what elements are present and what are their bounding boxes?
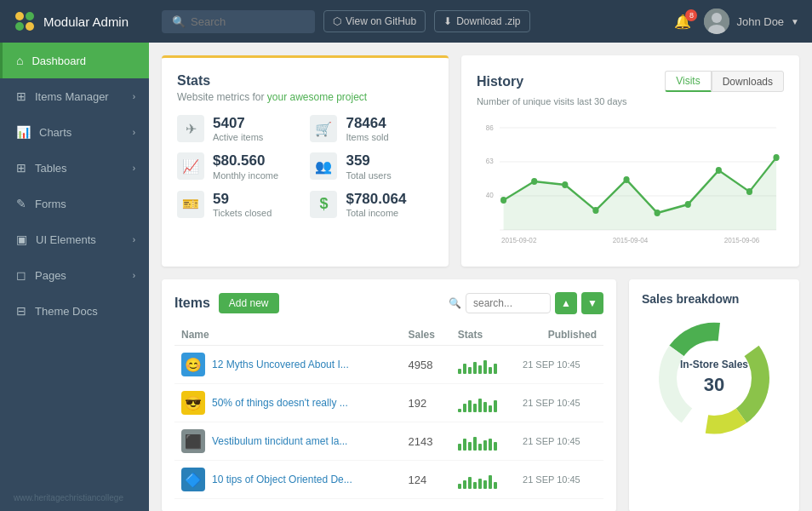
item-name-link[interactable]: 10 tips of Object Oriented De... [212, 474, 352, 485]
mini-bar [483, 402, 487, 412]
items-search-input[interactable] [466, 293, 551, 313]
stat-total-users: 👥 359 Total users [310, 152, 432, 180]
github-button[interactable]: ⬡ View on GitHub [323, 10, 426, 32]
stat-value: $80.560 [213, 152, 278, 169]
sidebar-item-pages[interactable]: ◻ Pages › [0, 257, 149, 293]
item-stats [451, 384, 516, 422]
mini-bar [463, 480, 466, 489]
download-button[interactable]: ⬇ Download .zip [434, 10, 529, 32]
item-name-link[interactable]: Vestibulum tincidunt amet la... [212, 435, 347, 447]
item-sales: 4958 [402, 346, 451, 384]
item-name-cell: 😊 12 Myths Uncovered About I... [174, 346, 402, 384]
sidebar-item-ui-elements[interactable]: ▣ UI Elements › [0, 221, 149, 257]
brand-logo [13, 9, 37, 33]
mini-bar [483, 360, 487, 374]
stat-items-sold: 🛒 78464 Items sold [310, 115, 432, 142]
svg-point-15 [531, 178, 537, 185]
mini-bar [483, 440, 487, 451]
item-published: 21 SEP 10:45 [516, 384, 603, 422]
sidebar-item-theme-docs[interactable]: ⊟ Theme Docs [0, 293, 149, 329]
top-cards-row: Stats Website metrics for your awesome p… [162, 55, 799, 267]
svg-point-23 [773, 154, 779, 161]
trending-icon: 📈 [177, 152, 204, 180]
col-name: Name [174, 324, 402, 346]
brand-name: Modular Admin [43, 14, 129, 29]
sidebar-item-tables[interactable]: ⊞ Tables › [0, 150, 149, 186]
tab-downloads[interactable]: Downloads [712, 71, 784, 92]
chevron-down-icon: ▼ [791, 17, 799, 26]
svg-text:86: 86 [486, 123, 494, 132]
stat-label: Tickets closed [213, 208, 272, 218]
sidebar-item-charts[interactable]: 📊 Charts › [0, 114, 149, 150]
chevron-right-icon: › [133, 128, 135, 137]
item-thumbnail: 🔷 [181, 468, 205, 491]
sidebar-item-label: Items Manager [35, 90, 109, 103]
tab-visits[interactable]: Visits [665, 71, 711, 92]
forms-icon: ✎ [16, 197, 26, 210]
stat-value: $780.064 [346, 191, 406, 208]
svg-point-21 [716, 167, 722, 174]
history-card: History Visits Downloads Number of uniqu… [461, 55, 799, 267]
item-sales: 2143 [402, 422, 451, 461]
sidebar-item-items-manager[interactable]: ⊞ Items Manager › [0, 78, 149, 114]
stat-total-income: $ $780.064 Total income [310, 191, 432, 218]
chart-icon: 📊 [16, 125, 31, 139]
search-input[interactable] [191, 15, 310, 28]
user-menu[interactable]: John Doe ▼ [704, 9, 799, 34]
sidebar-footer: www.heritagechristiancollege [0, 485, 149, 511]
stat-label: Active items [213, 132, 263, 142]
sidebar-item-forms[interactable]: ✎ Forms [0, 186, 149, 221]
donut-chart: In-Store Sales30 [655, 319, 774, 438]
stats-grid: ✈ 5407 Active items 🛒 78464 Items sold [177, 115, 433, 218]
item-sales: 192 [402, 384, 451, 422]
mini-bar [494, 364, 497, 374]
item-published: 21 SEP 10:45 [516, 461, 603, 499]
github-icon: ⬡ [333, 15, 341, 27]
item-sales: 124 [402, 461, 451, 499]
stats-link[interactable]: your awesome project [267, 91, 367, 103]
mini-bar [468, 442, 472, 451]
item-name-link[interactable]: 12 Myths Uncovered About I... [212, 359, 349, 370]
download-icon: ⬇ [443, 15, 452, 27]
sidebar-item-label: Theme Docs [35, 305, 98, 318]
dollar-icon: $ [310, 191, 337, 218]
airplane-icon: ✈ [177, 115, 204, 142]
svg-point-0 [15, 12, 24, 20]
chevron-right-icon: › [133, 235, 135, 244]
history-title: History [477, 74, 665, 89]
add-new-button[interactable]: Add new [219, 293, 279, 313]
user-name: John Doe [736, 15, 784, 28]
item-thumbnail: 😊 [181, 353, 205, 376]
sort-asc-button[interactable]: ▲ [555, 292, 577, 314]
mini-bar [489, 439, 492, 451]
ui-icon: ▣ [16, 233, 27, 246]
chart-subtitle: Number of unique visits last 30 days [477, 96, 784, 106]
history-header: History Visits Downloads [477, 71, 784, 92]
stat-value: 78464 [346, 115, 388, 132]
sidebar: ⌂ Dashboard ⊞ Items Manager › 📊 Charts ›… [0, 43, 149, 511]
svg-text:63: 63 [486, 157, 494, 165]
svg-point-16 [562, 181, 568, 188]
search-box[interactable]: 🔍 [162, 10, 315, 33]
item-stats [451, 461, 516, 499]
ticket-icon: 🎫 [177, 191, 204, 218]
stat-label: Monthly income [213, 170, 278, 181]
bottom-row: Items Add new 🔍 ▲ ▼ Name Sales Sta [162, 279, 799, 511]
mini-bar [489, 475, 492, 489]
chevron-right-icon: › [133, 92, 135, 101]
svg-text:2015-09-04: 2015-09-04 [613, 236, 649, 244]
notifications-bell[interactable]: 🔔 8 [674, 14, 691, 30]
svg-point-17 [592, 207, 598, 214]
sales-breakdown-card: Sales breakdown [629, 279, 799, 511]
table-icon: ⊞ [16, 161, 26, 175]
avatar [704, 9, 729, 34]
sort-desc-button[interactable]: ▼ [581, 292, 603, 314]
sidebar-item-dashboard[interactable]: ⌂ Dashboard [0, 43, 149, 78]
stat-label: Total users [346, 170, 391, 181]
item-name-cell: ⬛ Vestibulum tincidunt amet la... [174, 422, 402, 461]
svg-point-2 [15, 22, 24, 31]
grid-icon: ⊞ [16, 89, 26, 103]
item-name-link[interactable]: 50% of things doesn't really ... [212, 397, 348, 409]
users-icon: 👥 [310, 152, 337, 180]
mini-bar [483, 480, 487, 489]
